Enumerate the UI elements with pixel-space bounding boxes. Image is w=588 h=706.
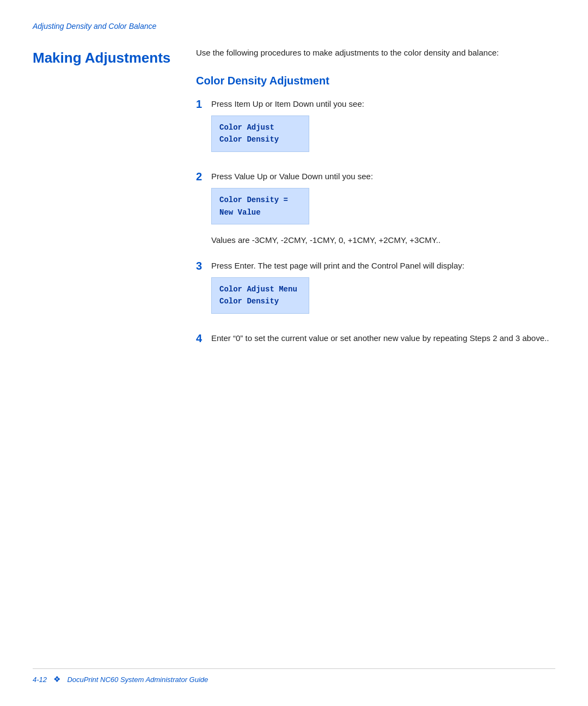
display-line: Color Density (219, 133, 301, 145)
display-line: Color Adjust (219, 121, 301, 133)
intro-text: Use the following procedures to make adj… (196, 47, 555, 59)
breadcrumb: Adjusting Density and Color Balance (33, 22, 555, 31)
step-number-2: 2 (196, 171, 211, 183)
step-item-1: 1Press Item Up or Item Down until you se… (196, 98, 555, 157)
step-number-1: 1 (196, 98, 211, 111)
step-text-1: Press Item Up or Item Down until you see… (211, 98, 555, 111)
step-number-4: 4 (196, 332, 211, 345)
page-container: Adjusting Density and Color Balance Maki… (0, 0, 588, 706)
left-sidebar: Making Adjustments (33, 47, 185, 363)
display-box-2: Color Density =New Value (211, 188, 309, 224)
step-number-3: 3 (196, 260, 211, 272)
footer: 4-12 ❖ DocuPrint NC60 System Administrat… (33, 668, 555, 684)
display-line: New Value (219, 206, 301, 218)
step-content-4: Enter “0” to set the current value or se… (211, 332, 555, 350)
step-item-2: 2Press Value Up or Value Down until you … (196, 171, 555, 247)
display-box-3: Color Adjust MenuColor Density (211, 277, 309, 314)
section-title: Making Adjustments (33, 50, 185, 66)
step-content-1: Press Item Up or Item Down until you see… (211, 98, 555, 157)
display-line: Color Density = (219, 194, 301, 206)
display-line: Color Adjust Menu (219, 283, 301, 295)
subsection-title: Color Density Adjustment (196, 75, 555, 87)
display-box-1: Color AdjustColor Density (211, 115, 309, 152)
footer-title: DocuPrint NC60 System Administrator Guid… (67, 675, 208, 684)
display-line: Color Density (219, 295, 301, 307)
step-text-2: Press Value Up or Value Down until you s… (211, 171, 555, 183)
step-text-4: Enter “0” to set the current value or se… (211, 332, 555, 345)
footer-page: 4-12 (33, 675, 47, 684)
right-content: Use the following procedures to make adj… (185, 47, 555, 363)
step-item-4: 4Enter “0” to set the current value or s… (196, 332, 555, 350)
step-text-3: Press Enter. The test page will print an… (211, 260, 555, 272)
step-content-2: Press Value Up or Value Down until you s… (211, 171, 555, 247)
footer-separator: ❖ (53, 674, 60, 684)
step-item-3: 3Press Enter. The test page will print a… (196, 260, 555, 319)
step-content-3: Press Enter. The test page will print an… (211, 260, 555, 319)
main-content: Making Adjustments Use the following pro… (33, 47, 555, 363)
steps-list: 1Press Item Up or Item Down until you se… (196, 98, 555, 350)
step-extra-text-2: Values are -3CMY, -2CMY, -1CMY, 0, +1CMY… (211, 234, 555, 247)
